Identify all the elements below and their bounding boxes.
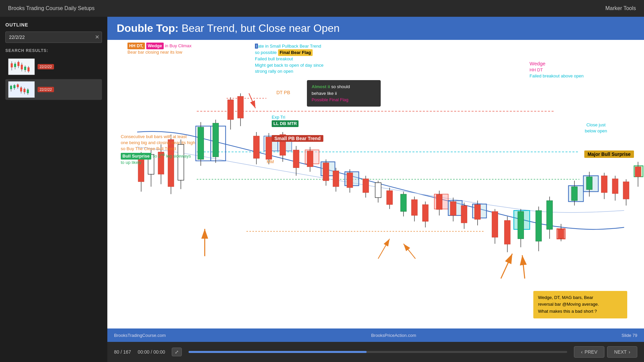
- outline-label: OUTLINE: [5, 22, 102, 27]
- search-results-label: SEARCH RESULTS:: [5, 48, 102, 53]
- svg-rect-56: [266, 137, 272, 160]
- slide-footer: BrooksTradingCourse.com BrooksPriceActio…: [107, 328, 644, 342]
- svg-rect-64: [307, 151, 313, 167]
- result-badge-2: 22/2/22: [38, 87, 54, 92]
- svg-rect-10: [24, 67, 26, 70]
- slide-container: Double Top: Bear Trend, but Close near O…: [107, 17, 644, 342]
- main-layout: OUTLINE ✕ SEARCH RESULTS:: [0, 17, 644, 362]
- prev-label: PREV: [585, 349, 597, 355]
- svg-rect-15: [10, 86, 12, 89]
- annotation-almost-ii: Almost ii so should behave like ii Possi…: [307, 80, 381, 107]
- svg-rect-97: [492, 212, 498, 237]
- search-result-item-active[interactable]: 22/2/22: [5, 79, 102, 100]
- footer-center: BrooksPriceAction.com: [371, 333, 416, 338]
- content-area: Double Top: Bear Trend, but Close near O…: [107, 17, 644, 362]
- next-chevron-icon: ›: [629, 349, 630, 355]
- svg-rect-72: [347, 173, 353, 187]
- annotation-exp-tri: Exp Tri LL DB MTR: [272, 114, 299, 127]
- slide-title: Double Top: Bear Trend, but Close near O…: [117, 22, 635, 35]
- slide-title-bold: Double Top:: [117, 22, 178, 34]
- svg-rect-76: [375, 183, 381, 197]
- annotation-dt-pb: DT PB: [276, 89, 290, 96]
- svg-rect-124: [635, 167, 641, 177]
- bottom-controls: 80 / 167 00:00 / 00:00 ⤢ ‹ PREV NEXT ›: [107, 342, 644, 362]
- next-button[interactable]: NEXT ›: [607, 346, 637, 358]
- annotation-close-below: Close justbelow open: [585, 122, 607, 134]
- annotation-wedge-dt-mag: Wedge, DT, MAG bars, Bearreversal bar @M…: [533, 291, 627, 318]
- svg-rect-87: [436, 195, 442, 209]
- svg-rect-95: [475, 204, 481, 219]
- slide-body: HH DT, Wedge in Buy Climax Bear bar clos…: [107, 40, 644, 328]
- badge-hh-dt: HH DT,: [127, 43, 145, 49]
- svg-rect-78: [387, 191, 393, 204]
- sidebar: OUTLINE ✕ SEARCH RESULTS:: [0, 17, 107, 362]
- svg-rect-25: [27, 89, 29, 93]
- annotation-late-small: late in Small Pullback Bear Trend so pos…: [255, 43, 324, 74]
- svg-rect-8: [21, 65, 23, 69]
- thumbnail-1: [8, 58, 35, 75]
- svg-rect-48: [228, 100, 234, 120]
- svg-rect-74: [363, 179, 369, 192]
- svg-rect-53: [254, 136, 260, 159]
- svg-rect-23: [23, 89, 25, 92]
- svg-rect-67: [323, 163, 329, 181]
- svg-rect-6: [17, 62, 19, 66]
- footer-left: BrooksTradingCourse.com: [114, 333, 166, 338]
- svg-rect-12: [28, 67, 30, 71]
- svg-rect-99: [504, 221, 511, 244]
- annotation-major-bull: Major Bull Surprise: [584, 151, 634, 158]
- svg-rect-17: [13, 85, 15, 88]
- progress-bar-container[interactable]: [189, 351, 567, 353]
- svg-rect-19: [17, 84, 19, 87]
- svg-rect-109: [558, 229, 564, 238]
- svg-rect-84: [422, 204, 428, 221]
- svg-rect-106: [547, 200, 553, 229]
- svg-rect-115: [586, 177, 592, 190]
- svg-rect-104: [536, 210, 542, 241]
- result-badge-1: 22/2/22: [38, 64, 54, 69]
- svg-rect-112: [572, 187, 578, 200]
- search-input[interactable]: [5, 32, 102, 43]
- svg-rect-102: [518, 212, 524, 239]
- top-bar: Brooks Trading Course Daily Setups Marke…: [0, 0, 644, 17]
- svg-rect-2: [11, 63, 13, 67]
- search-result-item[interactable]: 22/2/22: [5, 56, 102, 77]
- annotation-consecutive: Consecutive bull bars with at least one …: [121, 134, 215, 166]
- prev-button[interactable]: ‹ PREV: [574, 346, 604, 358]
- slide-title-normal: Bear Trend, but Close near Open: [178, 22, 339, 34]
- slide-header: Double Top: Bear Trend, but Close near O…: [107, 17, 644, 40]
- nav-buttons: ‹ PREV NEXT ›: [574, 346, 637, 358]
- svg-rect-69: [333, 171, 339, 187]
- svg-rect-50: [237, 96, 244, 118]
- search-clear-button[interactable]: ✕: [95, 35, 99, 40]
- search-box-container: ✕: [5, 32, 102, 43]
- annotation-hh-dt-wedge: HH DT, Wedge in Buy Climax Bear bar clos…: [127, 43, 192, 55]
- thumbnail-2: [8, 81, 35, 98]
- annotation-wedge-right: Wedge HH DT Failed breakout above open: [530, 60, 584, 79]
- expand-button[interactable]: ⤢: [172, 348, 182, 356]
- page-indicator: 80 / 167: [114, 349, 131, 355]
- svg-rect-61: [293, 150, 299, 168]
- svg-rect-21: [20, 87, 22, 92]
- svg-rect-4: [14, 64, 16, 67]
- time-indicator: 00:00 / 00:00: [138, 349, 165, 355]
- svg-rect-90: [450, 201, 456, 215]
- svg-rect-119: [612, 179, 618, 193]
- marker-tools-label: Marker Tools: [605, 5, 636, 11]
- svg-rect-82: [412, 199, 418, 215]
- annotation-small-pb: Small PB Bear Trend: [272, 135, 323, 142]
- svg-rect-80: [400, 194, 407, 212]
- svg-rect-92: [461, 205, 467, 223]
- app-title: Brooks Trading Course Daily Setups: [8, 5, 95, 11]
- slide-number: Slide 79: [622, 333, 637, 338]
- svg-rect-117: [601, 176, 607, 192]
- next-label: NEXT: [614, 349, 627, 355]
- progress-bar-fill: [189, 351, 367, 353]
- prev-chevron-icon: ‹: [581, 349, 583, 355]
- svg-rect-121: [623, 182, 629, 199]
- badge-wedge: Wedge: [146, 43, 164, 49]
- annotation-mm: MM: [267, 159, 274, 165]
